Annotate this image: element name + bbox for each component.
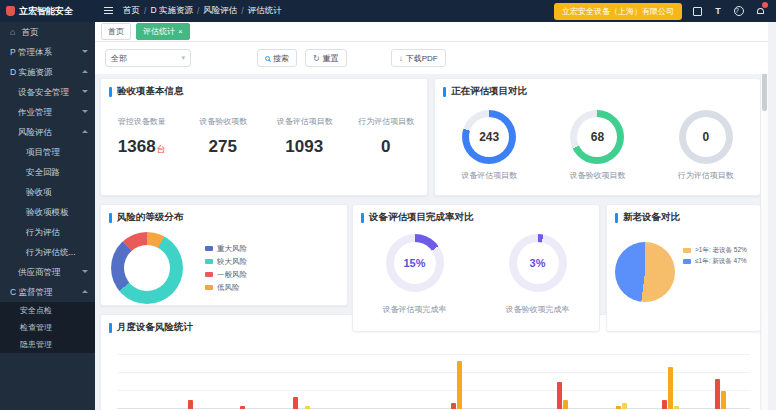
reset-button-label: 重置 xyxy=(323,53,339,64)
search-button[interactable]: 搜索 xyxy=(257,49,297,67)
sidebar-item-risk-assessment[interactable]: 风险评估 xyxy=(0,122,95,142)
card-title: 新老设备对比 xyxy=(607,205,760,230)
card-title-text: 设备评估项目完成率对比 xyxy=(369,211,474,224)
sidebar-item-label: 作业管理 xyxy=(18,107,52,117)
bar-groups xyxy=(117,349,750,409)
fullscreen-icon[interactable] xyxy=(693,7,702,16)
help-icon[interactable]: ? xyxy=(734,6,744,16)
chart-legend: 重大风险 较大风险 一般风险 低风险 xyxy=(205,241,247,296)
chevron-down-icon xyxy=(82,110,88,113)
sidebar-item-label: 隐患管理 xyxy=(20,340,52,349)
legend-item[interactable]: 重大风险 xyxy=(205,244,247,254)
sidebar-item-label: 风险评估 xyxy=(18,127,52,137)
legend-item[interactable]: ≤1年: 新设备 47% xyxy=(683,257,747,266)
sidebar-item-label: 行为评估 xyxy=(26,227,60,237)
monthly-bar-chart: 2023-112023-122024-012024-022024-032024-… xyxy=(111,339,752,410)
bar-group xyxy=(610,403,627,409)
sidebar-item-behavior-assessment-stats[interactable]: 行为评估统... xyxy=(0,242,95,262)
sidebar-item-supervision[interactable]: C 监督管理 xyxy=(0,282,95,302)
sidebar-item-label: D 实施资源 xyxy=(10,67,53,77)
donut-chart: 243 xyxy=(462,110,516,164)
sidebar-item-safety-circuit[interactable]: 安全回路 xyxy=(0,162,95,182)
chevron-down-icon xyxy=(82,270,88,273)
scrollbar[interactable] xyxy=(760,44,768,410)
title-accent-bar xyxy=(109,87,112,97)
sidebar-item-label: 检查管理 xyxy=(20,323,52,332)
breadcrumb-separator: / xyxy=(241,6,243,16)
sidebar-item-home[interactable]: ⌂ 首页 xyxy=(0,22,95,42)
sidebar-item-label: 安全点检 xyxy=(20,306,52,315)
legend-item[interactable]: 较大风险 xyxy=(205,257,247,267)
sidebar-item-device-safety[interactable]: 设备安全管理 xyxy=(0,82,95,102)
sidebar-item-hazard-management[interactable]: 隐患管理 xyxy=(0,336,95,353)
legend-item[interactable]: 一般风险 xyxy=(205,270,247,280)
breadcrumb-item[interactable]: D 实施资源 xyxy=(150,5,193,17)
download-pdf-button[interactable]: ↓ 下载PDF xyxy=(391,49,446,67)
sidebar-item-implementation-resources[interactable]: D 实施资源 xyxy=(0,62,95,82)
card-title-text: 月度设备风险统计 xyxy=(117,321,193,334)
reset-icon: ↻ xyxy=(313,54,320,63)
chevron-up-icon xyxy=(82,130,88,133)
card-ongoing-projects: 正在评估项目对比 243 设备评估项目数 68 设备验收项目数 0 行为评估项目… xyxy=(434,78,761,196)
sidebar-item-label: 行为评估统... xyxy=(26,247,76,257)
bar xyxy=(662,400,667,409)
breadcrumb-item[interactable]: 评估统计 xyxy=(248,5,282,17)
sidebar-item-safety-inspection[interactable]: 安全点检 xyxy=(0,302,95,319)
sidebar-item-project-management[interactable]: 项目管理 xyxy=(0,142,95,162)
card-title: 验收项基本信息 xyxy=(101,79,427,104)
gauge-stat: 15% 设备评估项完成率 xyxy=(383,234,447,315)
breadcrumb-item[interactable]: 首页 xyxy=(123,5,140,17)
title-accent-bar xyxy=(443,87,446,97)
sidebar-item-inspection-management[interactable]: 检查管理 xyxy=(0,319,95,336)
caret-down-icon: ▾ xyxy=(181,54,185,62)
home-icon: ⌂ xyxy=(10,27,15,37)
card-new-old-devices: 新老设备对比 >1年: 老设备 52% ≤1年: 新设备 47% xyxy=(606,204,761,332)
breadcrumb-item[interactable]: 风险评估 xyxy=(203,5,237,17)
bar xyxy=(715,379,720,409)
font-size-icon[interactable]: T xyxy=(712,5,724,17)
legend-item[interactable]: >1年: 老设备 52% xyxy=(683,246,747,255)
bar xyxy=(674,406,679,409)
bar-group xyxy=(451,361,468,409)
tab-assessment-stats[interactable]: 评估统计 × xyxy=(136,23,190,40)
bell-icon[interactable] xyxy=(754,5,766,17)
bar-group xyxy=(240,406,257,409)
company-button[interactable]: 立宏安全设备（上海）有限公司 xyxy=(554,3,682,20)
search-icon xyxy=(265,56,270,61)
sidebar-item-management-system[interactable]: P 管理体系 xyxy=(0,42,95,62)
select-value: 全部 xyxy=(111,53,127,64)
legend-item[interactable]: 低风险 xyxy=(205,283,247,293)
bar xyxy=(293,397,298,409)
filter-bar: 全部 ▾ 搜索 ↻ 重置 ↓ 下载PDF xyxy=(95,42,768,74)
bar-group xyxy=(557,382,574,409)
filter-select[interactable]: 全部 ▾ xyxy=(105,49,191,67)
sidebar-item-label: P 管理体系 xyxy=(10,47,52,57)
sidebar-item-suppliers[interactable]: 供应商管理 xyxy=(0,262,95,282)
card-title-text: 风险的等级分布 xyxy=(117,211,184,224)
collapse-menu-icon[interactable] xyxy=(103,5,115,17)
bar-group xyxy=(293,397,310,409)
chevron-up-icon xyxy=(82,70,88,73)
tab-home[interactable]: 首页 xyxy=(101,23,131,40)
tab-label: 评估统计 xyxy=(143,26,175,37)
donut-chart: 0 xyxy=(679,110,733,164)
sidebar-item-label: C 监督管理 xyxy=(10,287,53,297)
reset-button[interactable]: ↻ 重置 xyxy=(305,49,347,67)
close-icon[interactable]: × xyxy=(178,28,183,36)
sidebar-item-label: 设备安全管理 xyxy=(18,87,69,97)
title-accent-bar xyxy=(615,213,618,223)
legend-swatch xyxy=(205,246,213,251)
logo-icon xyxy=(6,6,15,16)
tab-strip: 首页 评估统计 × xyxy=(95,22,768,42)
bar xyxy=(622,403,627,409)
bar xyxy=(557,382,562,409)
sidebar-item-acceptance-template[interactable]: 验收项模板 xyxy=(0,202,95,222)
sidebar-item-acceptance-items[interactable]: 验收项 xyxy=(0,182,95,202)
sidebar-item-behavior-assessment[interactable]: 行为评估 xyxy=(0,222,95,242)
donut-stat: 0 行为评估项目数 xyxy=(678,110,734,181)
ring-row: 243 设备评估项目数 68 设备验收项目数 0 行为评估项目数 xyxy=(435,110,760,181)
breadcrumb: 首页 / D 实施资源 / 风险评估 / 评估统计 xyxy=(123,5,282,17)
topbar: 立宏智能安全 首页 / D 实施资源 / 风险评估 / 评估统计 立宏安全设备（… xyxy=(0,0,776,22)
sidebar-item-operations[interactable]: 作业管理 xyxy=(0,102,95,122)
card-title-text: 验收项基本信息 xyxy=(117,85,184,98)
